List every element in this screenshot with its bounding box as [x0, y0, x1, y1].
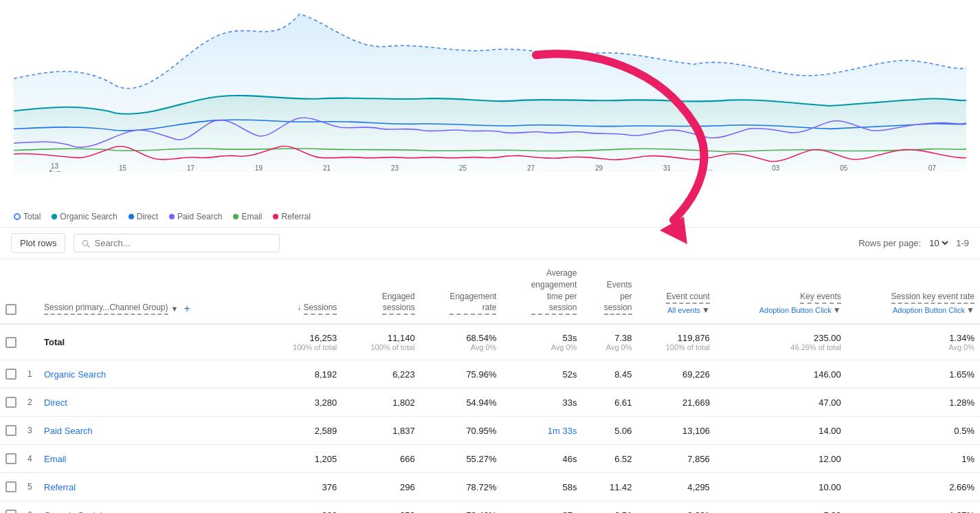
- column-sessions: ↓ Sessions: [265, 259, 342, 324]
- legend-direct: Direct: [129, 212, 158, 221]
- rows-per-page-label: Rows per page:: [858, 238, 921, 248]
- row-checkbox[interactable]: [5, 453, 16, 464]
- row-channel: Organic Social: [38, 501, 265, 513]
- data-table: Session primary...Channel Group) ▼ + ↓ S…: [0, 259, 980, 513]
- search-input[interactable]: [95, 238, 273, 248]
- svg-text:07: 07: [928, 164, 936, 172]
- table-row: 3 Paid Search 2,589 1,837 70.95% 1m 33s …: [0, 417, 980, 445]
- svg-text:29: 29: [595, 164, 603, 172]
- row-channel: Paid Search: [38, 417, 265, 445]
- total-event-count: 119,876 100% of total: [638, 324, 715, 360]
- legend-email: Email: [233, 212, 262, 221]
- svg-text:17: 17: [187, 164, 194, 172]
- svg-text:23: 23: [391, 164, 399, 172]
- svg-text:S...: S...: [702, 164, 713, 172]
- event-count-filter-btn[interactable]: All events ▼: [667, 305, 710, 315]
- table-row: 6 Organic Social 366 258 70.49% 27s 6.51…: [0, 501, 980, 513]
- row-session-key-event-rate: 1.65%: [847, 360, 980, 389]
- svg-text:25: 25: [459, 164, 467, 172]
- row-index: 1: [22, 360, 38, 389]
- total-sessions: 16,253 100% of total: [265, 324, 342, 360]
- row-checkbox[interactable]: [5, 481, 16, 492]
- row-sessions: 8,192: [265, 360, 342, 389]
- row-event-count: 69,226: [638, 360, 715, 389]
- svg-text:31: 31: [663, 164, 671, 172]
- page-info: 1-9: [956, 238, 969, 248]
- svg-text:27: 27: [527, 164, 535, 172]
- channel-column-label: Session primary...Channel Group): [44, 302, 168, 315]
- row-index: 4: [22, 445, 38, 473]
- table-row: 2 Direct 3,280 1,802 54.94% 33s 6.61 21,…: [0, 389, 980, 417]
- row-index: 2: [22, 389, 38, 417]
- row-avg-time: 52s: [502, 360, 582, 389]
- row-events-per-session: 8.45: [582, 360, 637, 389]
- row-engagement-rate: 75.96%: [421, 360, 502, 389]
- legend-referral: Referral: [273, 212, 311, 221]
- column-key-events: Key events Adoption Button Click ▼: [715, 259, 847, 324]
- svg-line-17: [87, 245, 89, 247]
- svg-text:21: 21: [323, 164, 331, 172]
- row-index: 6: [22, 501, 38, 513]
- svg-text:05: 05: [840, 164, 847, 172]
- table-row: 4 Email 1,205 666 55.27% 46s 6.52 7,856 …: [0, 445, 980, 473]
- select-all-checkbox[interactable]: [5, 304, 16, 315]
- legend-organic-label: Organic Search: [60, 212, 117, 221]
- row-channel: Email: [38, 445, 265, 473]
- legend-total-label: Total: [23, 212, 41, 221]
- total-avg-engagement-time: 53s Avg 0%: [502, 324, 582, 360]
- row-index: 3: [22, 417, 38, 445]
- search-box: [74, 234, 280, 252]
- total-legend-icon: [14, 213, 21, 220]
- table-row: 1 Organic Search 8,192 6,223 75.96% 52s …: [0, 360, 980, 389]
- svg-text:19: 19: [255, 164, 263, 172]
- column-avg-engagement-time: Averageengagementtime persession: [502, 259, 582, 324]
- legend-paid-search: Paid Search: [169, 212, 222, 221]
- column-event-count: Event count All events ▼: [638, 259, 715, 324]
- chart-legend: Total Organic Search Direct Paid Search …: [0, 206, 980, 227]
- row-engaged-sessions: 6,223: [342, 360, 420, 389]
- search-icon: [81, 239, 90, 248]
- row-index: 5: [22, 473, 38, 501]
- channel-dropdown-btn[interactable]: ▼: [171, 305, 179, 313]
- total-session-key-event-rate: 1.34% Avg 0%: [847, 324, 980, 360]
- row-checkbox[interactable]: [5, 425, 16, 436]
- total-events-per-session: 7.38 Avg 0%: [582, 324, 637, 360]
- total-engagement-rate: 68.54% Avg 0%: [421, 324, 502, 360]
- organic-legend-icon: [52, 214, 57, 219]
- plot-rows-button[interactable]: Plot rows: [11, 233, 65, 253]
- column-events-per-session: Eventspersession: [582, 259, 637, 324]
- referral-legend-icon: [273, 214, 278, 219]
- svg-text:Aug: Aug: [49, 169, 61, 172]
- row-channel: Organic Search: [38, 360, 265, 389]
- toolbar: Plot rows Rows per page: 10 25 50 1-9: [0, 227, 980, 259]
- legend-paid-search-label: Paid Search: [177, 212, 222, 221]
- row-channel: Referral: [38, 473, 265, 501]
- direct-legend-icon: [129, 214, 134, 219]
- legend-email-label: Email: [241, 212, 262, 221]
- row-checkbox[interactable]: [5, 510, 16, 513]
- legend-total: Total: [14, 212, 41, 221]
- column-engaged-sessions: Engagedsessions: [342, 259, 420, 324]
- legend-direct-label: Direct: [137, 212, 158, 221]
- row-key-events: 146.00: [715, 360, 847, 389]
- svg-text:03: 03: [772, 164, 779, 172]
- legend-referral-label: Referral: [281, 212, 311, 221]
- rows-per-page-control: Rows per page: 10 25 50 1-9: [858, 237, 969, 249]
- row-channel: Direct: [38, 389, 265, 417]
- total-engaged-sessions: 11,140 100% of total: [342, 324, 420, 360]
- session-key-event-rate-filter-btn[interactable]: Adoption Button Click ▼: [893, 305, 975, 315]
- add-column-button[interactable]: +: [181, 303, 192, 315]
- total-key-events: 235.00 46.26% of total: [715, 324, 847, 360]
- table-row: 5 Referral 376 296 78.72% 58s 11.42 4,29…: [0, 473, 980, 501]
- total-label: Total: [38, 324, 265, 360]
- total-row: Total 16,253 100% of total 11,140 100% o…: [0, 324, 980, 360]
- total-row-checkbox[interactable]: [5, 337, 16, 348]
- key-events-filter-btn[interactable]: Adoption Button Click ▼: [759, 305, 841, 315]
- column-engagement-rate: Engagementrate: [421, 259, 502, 324]
- row-checkbox[interactable]: [5, 397, 16, 408]
- rows-per-page-select[interactable]: 10 25 50: [926, 237, 950, 249]
- email-legend-icon: [233, 214, 238, 219]
- row-checkbox[interactable]: [5, 369, 16, 380]
- column-channel: Session primary...Channel Group) ▼ +: [38, 259, 265, 324]
- table-header-row: Session primary...Channel Group) ▼ + ↓ S…: [0, 259, 980, 324]
